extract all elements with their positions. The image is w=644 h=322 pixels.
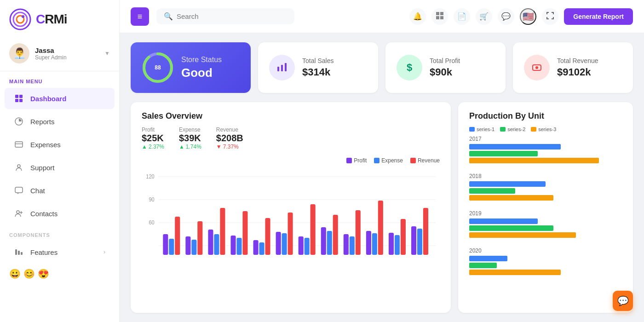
series3-bar	[469, 195, 553, 201]
sidebar-item-label: Features	[30, 248, 58, 256]
revenue-legend-dot	[410, 158, 416, 163]
year-2018-bar1	[469, 181, 622, 187]
svg-rect-27	[285, 63, 287, 71]
document-button[interactable]: 📄	[454, 8, 470, 25]
series3-dot	[531, 127, 536, 132]
chat-button[interactable]: 💬	[498, 8, 514, 25]
contacts-icon	[14, 208, 24, 218]
year-2019-label: 2019	[469, 210, 622, 217]
svg-rect-22	[440, 16, 443, 19]
series2-bar	[469, 263, 497, 268]
svg-rect-5	[19, 95, 23, 98]
series1-bar	[469, 218, 538, 224]
circle-progress: 88	[142, 52, 174, 84]
total-revenue-value: $9102k	[557, 66, 598, 78]
svg-rect-64	[366, 231, 371, 255]
total-sales-value: $314k	[302, 66, 334, 78]
sidebar-item-reports[interactable]: Reports	[5, 111, 115, 132]
legend-profit: Profit	[346, 157, 367, 164]
expenses-icon	[14, 139, 24, 150]
total-revenue-card: Total Revenue $9102k	[513, 42, 633, 93]
menu-toggle-button[interactable]: ≡	[131, 7, 149, 26]
expense-change: ▲ 1.74%	[179, 144, 201, 150]
expand-icon	[546, 12, 554, 21]
production-legend: series-1 series-2 series-3	[469, 126, 622, 132]
flag-button[interactable]: 🇺🇸	[520, 8, 536, 25]
search-input[interactable]	[177, 12, 287, 20]
production-chart: 2017 2018	[469, 136, 622, 281]
components-label: Components	[0, 225, 119, 241]
sidebar-item-label: Expenses	[30, 141, 61, 149]
series3-bar	[469, 270, 561, 275]
avatar: 👨‍💼	[9, 43, 29, 63]
svg-rect-42	[197, 221, 202, 255]
svg-rect-6	[15, 99, 18, 102]
year-2018-group: 2018	[469, 173, 622, 202]
bar-chart-area: 120 90 60	[142, 167, 440, 304]
total-sales-label: Total Sales	[302, 57, 334, 64]
series2-bar	[469, 225, 553, 231]
total-revenue-info: Total Revenue $9102k	[557, 57, 598, 78]
svg-rect-67	[389, 233, 394, 255]
main-content: ≡ 🔍 🔔 📄 🛒 💬 🇺	[120, 0, 644, 322]
dashboard-icon	[14, 93, 24, 104]
sidebar-item-contacts[interactable]: Contacts	[5, 203, 115, 224]
svg-rect-45	[220, 208, 225, 255]
float-chat-button[interactable]: 💬	[613, 291, 633, 311]
svg-point-29	[535, 66, 538, 69]
down-arrow-icon: ▼	[216, 144, 222, 150]
chat-bubble-icon: 💬	[501, 12, 511, 21]
generate-report-button[interactable]: Generate Report	[564, 8, 633, 25]
svg-rect-62	[350, 236, 355, 255]
svg-rect-41	[191, 240, 196, 255]
svg-rect-65	[372, 233, 377, 255]
up-arrow-icon: ▲	[142, 144, 147, 150]
year-2019-group: 2019	[469, 210, 622, 239]
store-status-info: Store Status Good	[181, 56, 222, 80]
year-2017-bar3	[469, 158, 622, 163]
sidebar-item-dashboard[interactable]: Dashboard	[5, 88, 115, 109]
year-2018-label: 2018	[469, 173, 622, 179]
sidebar-item-support[interactable]: Support	[5, 157, 115, 178]
year-2018-bar3	[469, 195, 622, 201]
expand-button[interactable]	[542, 8, 558, 25]
svg-rect-68	[395, 235, 400, 255]
user-info: Jassa Super Admin	[35, 46, 67, 61]
revenue-metric: Revenue $208B ▼ 7.37%	[216, 126, 243, 150]
svg-rect-55	[299, 236, 304, 255]
expense-legend-dot	[374, 158, 380, 163]
year-2020-bar1	[469, 256, 622, 261]
svg-text:90: 90	[149, 197, 154, 202]
features-icon	[14, 247, 24, 257]
svg-rect-53	[282, 233, 287, 255]
grid-button[interactable]	[431, 8, 448, 25]
svg-text:60: 60	[149, 220, 154, 225]
bell-button[interactable]: 🔔	[409, 8, 426, 25]
series2-bar	[469, 151, 538, 156]
year-2019-bar2	[469, 225, 622, 231]
legend-revenue: Revenue	[410, 157, 440, 164]
chevron-right-icon: ›	[104, 249, 105, 255]
year-2019-bar3	[469, 232, 622, 238]
production-title: Production By Unit	[469, 111, 622, 121]
svg-rect-47	[236, 238, 242, 255]
svg-rect-60	[333, 215, 338, 255]
series2-legend: series-2	[500, 126, 525, 132]
sales-overview-title: Sales Overview	[142, 111, 440, 121]
svg-rect-19	[436, 12, 439, 15]
sidebar-item-features[interactable]: Features ›	[5, 242, 115, 263]
logo-area: CRMi	[0, 0, 119, 39]
series2-dot	[500, 127, 506, 132]
user-section[interactable]: 👨‍💼 Jassa Super Admin ▼	[0, 39, 119, 71]
svg-rect-16	[15, 249, 17, 255]
sidebar-item-chat[interactable]: Chat	[5, 180, 115, 201]
series3-bar	[469, 232, 576, 238]
document-icon: 📄	[457, 12, 466, 21]
expense-metric: Expense $39K ▲ 1.74%	[179, 126, 201, 150]
svg-rect-58	[321, 227, 326, 255]
sidebar-item-label: Contacts	[30, 210, 58, 218]
search-bar[interactable]: 🔍	[156, 8, 294, 24]
sidebar-item-expenses[interactable]: Expenses	[5, 134, 115, 155]
svg-rect-49	[253, 240, 259, 255]
cart-button[interactable]: 🛒	[476, 8, 492, 25]
